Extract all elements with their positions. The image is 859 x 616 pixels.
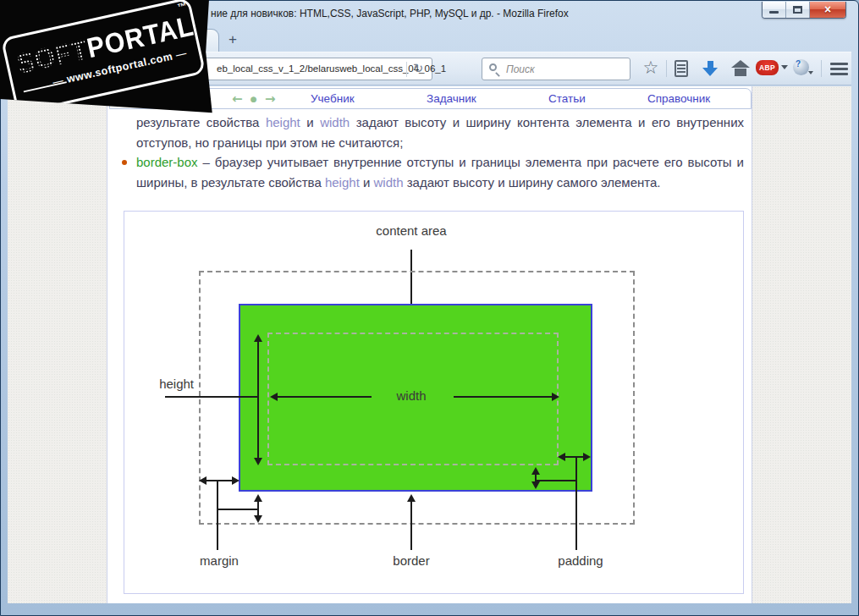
clipboard-line xyxy=(677,68,686,69)
margin-connector-line xyxy=(217,509,258,510)
hamburger-bar xyxy=(830,73,848,75)
bottom-margin-arrow-down-head xyxy=(254,515,262,523)
nav-dot-icon[interactable]: ● xyxy=(251,95,259,103)
margin-label: margin xyxy=(177,553,262,568)
width-arrow-right-head xyxy=(552,393,559,401)
reload-icon[interactable]: ↻ xyxy=(409,60,427,78)
content-area-label: content area xyxy=(352,223,471,238)
bookmark-star-icon[interactable]: ☆ xyxy=(639,57,663,80)
search-placeholder: Поиск xyxy=(506,63,535,75)
minimize-icon xyxy=(769,11,779,14)
forward-arrow-icon[interactable]: → xyxy=(265,91,278,107)
width-keyword: width xyxy=(320,115,350,129)
text-run: и xyxy=(360,175,374,190)
home-button[interactable] xyxy=(729,57,752,80)
softportal-watermark: SOFTPORTAL ™ — www.softportal.com — xyxy=(0,0,213,115)
height-keyword: height xyxy=(266,115,300,129)
width-keyword: width xyxy=(374,175,404,190)
home-icon xyxy=(731,60,750,68)
downloads-button[interactable] xyxy=(698,57,722,80)
width-label: width xyxy=(369,388,454,403)
padding-label: padding xyxy=(538,553,623,568)
bookmarks-list-icon[interactable] xyxy=(669,57,693,80)
paragraph-continuation: результате свойства height и width задаю… xyxy=(136,113,744,152)
back-arrow-icon[interactable]: ← xyxy=(232,91,245,107)
border-box-keyword: border-box xyxy=(136,155,198,169)
hamburger-icon xyxy=(830,63,848,65)
maximize-button[interactable] xyxy=(786,2,810,18)
question-mark: ? xyxy=(796,59,801,69)
list-item-border-box: border-box – браузер учитывает внутренни… xyxy=(136,152,744,192)
menu-button[interactable] xyxy=(827,57,851,80)
nav-link-spravochnik[interactable]: Справочник xyxy=(647,92,710,105)
border-label: border xyxy=(369,553,454,568)
text-run: и xyxy=(300,115,320,129)
search-input[interactable]: Поиск xyxy=(482,58,630,80)
download-arrow-head xyxy=(702,68,718,76)
new-tab-button[interactable]: + xyxy=(223,31,243,49)
clipboard-line xyxy=(677,71,686,73)
globe-caret-icon[interactable] xyxy=(808,71,813,77)
width-arrow-right-line xyxy=(454,396,552,398)
article-text: результате свойства height и width задаю… xyxy=(136,113,744,192)
close-icon: × xyxy=(810,3,845,16)
softportal-stamp: SOFTPORTAL ™ — www.softportal.com — xyxy=(1,0,206,115)
window-title: ние для новичков: HTML,CSS, JavaScript, … xyxy=(211,8,569,19)
urlbar-divider xyxy=(406,62,407,77)
screenshot-root: ние для новичков: HTML,CSS, JavaScript, … xyxy=(0,0,859,616)
text-run: результате свойства xyxy=(136,115,266,129)
nav-link-stati[interactable]: Статьи xyxy=(548,92,586,105)
width-arrow-left-head xyxy=(270,393,278,401)
home-icon-body xyxy=(735,69,746,76)
bottom-padding-arrow-down-head xyxy=(531,481,540,489)
clipboard-line xyxy=(677,64,686,66)
adblock-caret-icon[interactable] xyxy=(781,65,788,73)
height-label: height xyxy=(141,377,194,391)
border-pointer-line xyxy=(410,500,412,550)
bottom-margin-arrow-line xyxy=(257,500,259,516)
height-pointer-line xyxy=(165,396,258,398)
toolbar-divider xyxy=(821,60,822,77)
page-nav-arrows[interactable]: ← ● → xyxy=(232,91,291,107)
nav-link-zadachnik[interactable]: Задачник xyxy=(427,92,476,105)
padding-pointer-vline xyxy=(575,457,577,550)
adblock-plus-button[interactable]: ABP xyxy=(756,60,779,75)
privacy-globe-icon[interactable]: ? xyxy=(793,59,809,75)
margin-pointer-vline xyxy=(217,481,218,550)
page-viewport: ← ● → Учебник Задачник Статьи Справочник… xyxy=(8,86,851,603)
hamburger-bar xyxy=(830,68,848,70)
right-padding-arrow-line xyxy=(564,456,584,458)
window-controls: × xyxy=(762,2,846,19)
height-arrow-line xyxy=(257,340,259,459)
height-arrow-bottom-head xyxy=(254,458,262,465)
search-icon xyxy=(489,63,497,71)
width-arrow-left-line xyxy=(278,396,372,398)
right-padding-arrow-right-head xyxy=(583,453,591,461)
maximize-icon xyxy=(793,6,802,14)
margin-arrow-right-head xyxy=(232,476,240,485)
box-model-diagram: content area width height xyxy=(124,211,744,594)
close-button[interactable]: × xyxy=(810,2,845,18)
padding-connector-line xyxy=(535,480,575,481)
toolbar-divider xyxy=(666,60,667,77)
minimize-button[interactable] xyxy=(763,2,786,18)
text-run: задают высоту и ширину самого элемента. xyxy=(404,175,661,190)
trademark-symbol: ™ xyxy=(176,0,187,12)
margin-arrow-line xyxy=(206,480,232,481)
height-keyword: height xyxy=(325,175,360,190)
nav-link-uchebnik[interactable]: Учебник xyxy=(311,92,355,105)
